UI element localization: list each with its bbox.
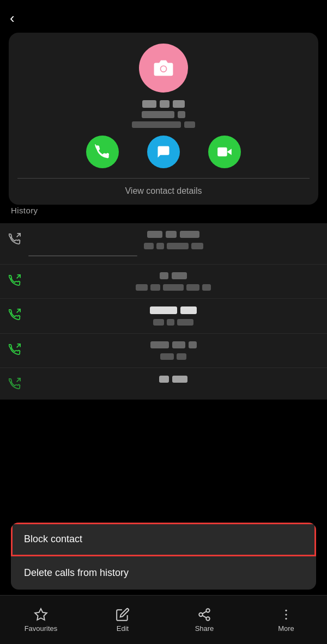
- svg-line-7: [17, 344, 20, 347]
- history-item[interactable]: [0, 223, 327, 265]
- svg-line-13: [202, 615, 206, 617]
- svg-rect-3: [217, 148, 227, 156]
- svg-point-16: [285, 614, 287, 615]
- history-item[interactable]: [0, 265, 327, 299]
- share-icon: [197, 608, 211, 622]
- nav-more-label: More: [278, 624, 294, 633]
- outgoing-call-icon: [9, 274, 21, 289]
- action-buttons-row: [86, 136, 241, 168]
- nav-share-label: Share: [195, 624, 214, 633]
- history-item-content: [28, 231, 318, 256]
- history-item[interactable]: [0, 334, 327, 368]
- avatar: [139, 44, 188, 93]
- svg-line-5: [17, 275, 20, 278]
- history-section-label: History: [11, 206, 38, 215]
- history-item-content: [28, 272, 318, 291]
- history-item-content: [28, 376, 318, 383]
- svg-line-4: [17, 234, 20, 237]
- svg-point-11: [199, 612, 203, 616]
- camera-icon: [153, 58, 174, 78]
- nav-favourites[interactable]: Favourites: [0, 608, 82, 633]
- contact-card: View contact details: [9, 33, 318, 205]
- history-item-content: [28, 306, 318, 326]
- svg-point-17: [285, 617, 287, 619]
- svg-point-12: [206, 617, 210, 621]
- block-contact-option[interactable]: Block contact: [11, 523, 316, 556]
- bottom-navigation: Favourites Edit Share More: [0, 595, 327, 644]
- outgoing-call-icon: [9, 378, 21, 392]
- svg-line-6: [17, 309, 20, 312]
- context-menu: Block contact Delete calls from history: [11, 523, 316, 590]
- outgoing-call-icon: [9, 309, 21, 323]
- history-card: [0, 223, 327, 400]
- star-icon: [34, 608, 48, 622]
- history-item[interactable]: [0, 368, 327, 400]
- svg-marker-9: [35, 609, 47, 620]
- svg-point-10: [206, 609, 210, 612]
- svg-point-15: [285, 609, 287, 611]
- back-button[interactable]: ‹: [10, 10, 15, 27]
- call-button[interactable]: [86, 136, 119, 168]
- message-button[interactable]: [147, 136, 180, 168]
- nav-edit-label: Edit: [117, 624, 129, 633]
- svg-point-1: [161, 66, 166, 71]
- nav-favourites-label: Favourites: [25, 624, 58, 633]
- nav-edit[interactable]: Edit: [82, 608, 164, 633]
- more-dots-icon: [279, 608, 293, 622]
- delete-calls-option[interactable]: Delete calls from history: [11, 556, 316, 590]
- svg-line-8: [17, 378, 20, 382]
- outgoing-call-icon: [9, 344, 21, 358]
- divider: [17, 178, 310, 179]
- svg-marker-2: [227, 149, 232, 155]
- video-button[interactable]: [208, 136, 241, 168]
- view-contact-details-link[interactable]: View contact details: [125, 186, 202, 196]
- nav-more[interactable]: More: [245, 608, 327, 633]
- history-item-content: [28, 341, 318, 360]
- incoming-call-icon: [9, 233, 21, 247]
- nav-share[interactable]: Share: [164, 608, 245, 633]
- edit-icon: [116, 608, 130, 622]
- svg-line-14: [202, 611, 206, 614]
- history-item[interactable]: [0, 299, 327, 334]
- contact-name-redacted: [17, 100, 310, 128]
